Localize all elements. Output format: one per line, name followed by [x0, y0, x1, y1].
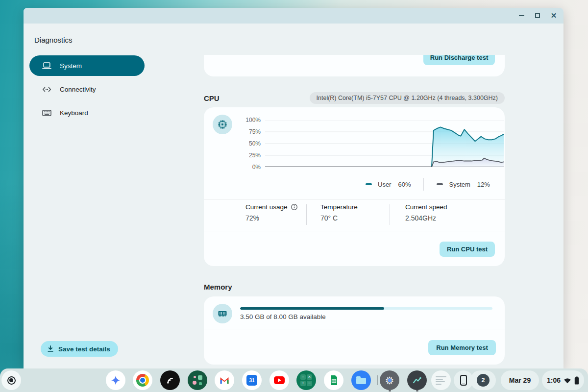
chart-legend: User 60% System 12% — [366, 178, 490, 191]
cpu-chip-icon — [217, 119, 228, 130]
desktop: ✕ Diagnostics System Connectivity Keybo — [0, 0, 588, 392]
close-button[interactable]: ✕ — [549, 11, 559, 21]
run-discharge-test-button[interactable]: Run Discharge test — [423, 55, 495, 65]
save-test-details-button[interactable]: Save test details — [41, 341, 118, 357]
cpu-model-badge: Intel(R) Core(TM) i5-7Y57 CPU @ 1.20GHz … — [310, 92, 505, 104]
close-icon: ✕ — [551, 11, 557, 20]
phone-icon — [460, 375, 467, 386]
screenshot-thumbnail — [436, 375, 446, 386]
assistant-app-button[interactable] — [106, 370, 125, 390]
download-icon — [47, 345, 54, 353]
youtube-app-button[interactable] — [270, 370, 289, 390]
user-legend-value: 60% — [398, 181, 411, 188]
launcher-button[interactable] — [1, 370, 21, 390]
stat-divider — [306, 204, 307, 225]
window-titlebar[interactable]: ✕ — [24, 8, 564, 24]
battery-card: Run Discharge test — [204, 55, 505, 76]
battery-icon — [574, 376, 579, 385]
sidebar-item-keyboard[interactable]: Keyboard — [29, 102, 145, 123]
cpu-section-label: CPU — [204, 94, 220, 102]
memory-status-text: 3.50 GB of 8.00 GB available — [240, 313, 326, 320]
run-memory-test-button[interactable]: Run Memory test — [428, 340, 496, 355]
calculator-app-button[interactable]: −×+= — [296, 370, 316, 390]
calendar-icon: 31 — [246, 375, 257, 386]
time-label: 1:06 — [547, 376, 561, 384]
files-folder-icon — [356, 378, 366, 384]
y-tick-label: 75% — [249, 128, 265, 135]
current-speed-label: Current speed — [405, 203, 447, 211]
y-tick-label: 25% — [249, 152, 265, 159]
diagnostics-running-indicator — [416, 390, 418, 392]
divider — [204, 231, 505, 231]
screen-capture-preview-button[interactable] — [431, 370, 451, 390]
cast-app-button[interactable] — [160, 370, 180, 390]
system-legend-value: 12% — [477, 181, 490, 188]
user-legend-label: User — [378, 181, 391, 188]
y-tick-label: 50% — [249, 140, 265, 147]
current-usage-label: Current usage — [245, 203, 288, 211]
date-label: Mar 29 — [509, 376, 531, 384]
current-speed-value: 2.504GHz — [405, 214, 447, 222]
memory-section-label: Memory — [204, 283, 232, 291]
shelf: 31 −×+= ⚙ — [0, 368, 588, 392]
keyboard-icon — [42, 109, 51, 117]
y-tick-label: 100% — [245, 117, 265, 123]
system-legend-dash — [437, 183, 443, 185]
current-speed-stat: Current speed 2.504GHz — [405, 203, 447, 222]
settings-running-indicator — [389, 390, 391, 392]
settings-app-button[interactable]: ⚙ — [380, 370, 399, 390]
chrome-icon — [136, 374, 149, 387]
connectivity-icon — [42, 86, 51, 93]
divider — [204, 199, 505, 199]
diagnostics-app-button[interactable] — [407, 370, 427, 390]
user-legend-dash — [366, 183, 372, 185]
minimize-icon — [519, 15, 524, 16]
sidebar-item-system[interactable]: System — [29, 55, 145, 76]
legend-divider — [423, 178, 424, 191]
sheets-app-button[interactable] — [324, 370, 343, 390]
info-icon[interactable] — [291, 203, 298, 211]
memory-usage-fill — [240, 307, 384, 310]
temperature-value: 70° C — [320, 214, 358, 222]
cpu-card: 100%75%50%25%0% — [204, 107, 505, 266]
run-cpu-test-button[interactable]: Run CPU test — [440, 242, 495, 257]
canvas-icon — [193, 375, 202, 385]
y-tick-label: 0% — [252, 164, 265, 171]
notification-counter[interactable]: 2 — [470, 370, 496, 390]
memory-icon-circle — [213, 304, 232, 323]
date-tray[interactable]: Mar 29 — [501, 370, 539, 390]
cpu-usage-chart — [265, 120, 504, 167]
save-test-details-label: Save test details — [58, 345, 110, 353]
diagnostics-pulse-icon — [412, 376, 422, 385]
cpu-usage-plot — [265, 120, 504, 167]
stat-divider — [390, 204, 390, 225]
sidebar-item-label: System — [60, 62, 82, 70]
calendar-app-button[interactable]: 31 — [242, 370, 262, 390]
sidebar-item-label: Keyboard — [60, 109, 88, 117]
current-usage-stat: Current usage 72% — [245, 203, 298, 222]
temperature-stat: Temperature 70° C — [320, 203, 358, 222]
gmail-app-button[interactable] — [215, 370, 234, 390]
sidebar-item-connectivity[interactable]: Connectivity — [29, 79, 145, 99]
chrome-app-button[interactable] — [133, 370, 152, 390]
sheets-icon — [330, 375, 338, 386]
memory-card: 3.50 GB of 8.00 GB available Run Memory … — [204, 296, 505, 365]
page-title: Diagnostics — [34, 36, 73, 44]
status-tray[interactable]: 1:06 — [542, 370, 584, 390]
memory-usage-bar — [240, 307, 492, 310]
youtube-icon — [274, 376, 285, 384]
diagnostics-window: ✕ Diagnostics System Connectivity Keybo — [24, 8, 564, 368]
launcher-icon — [7, 376, 16, 385]
memory-ram-icon — [217, 308, 228, 319]
canvas-app-button[interactable] — [188, 370, 207, 390]
files-app-button[interactable] — [351, 370, 371, 390]
gmail-icon — [220, 376, 229, 384]
maximize-button[interactable] — [533, 11, 542, 21]
shelf-separator — [377, 375, 378, 385]
minimize-button[interactable] — [516, 11, 526, 21]
cast-arcs-icon — [165, 375, 175, 386]
main-content: Run Discharge test CPU Intel(R) Core(TM)… — [204, 24, 505, 368]
temperature-label: Temperature — [320, 203, 358, 211]
settings-gear-icon: ⚙ — [385, 375, 394, 386]
maximize-icon — [535, 13, 540, 18]
